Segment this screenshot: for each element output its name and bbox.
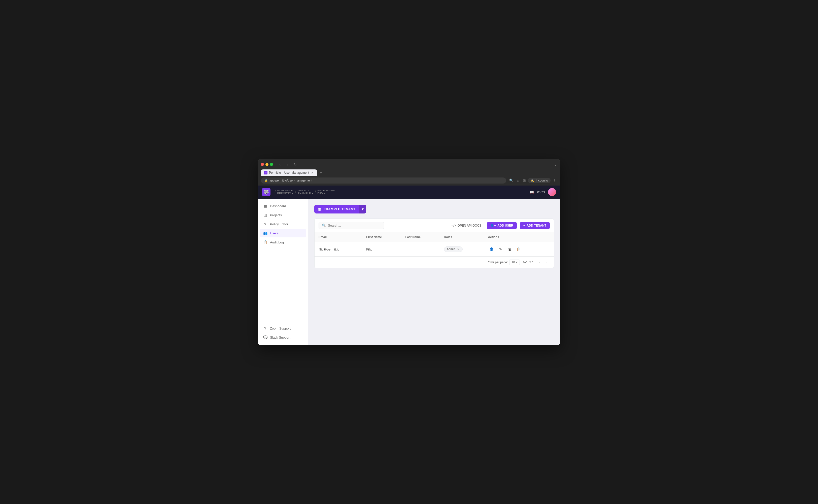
audit-log-icon: 📋 — [263, 240, 267, 244]
lock-icon: 🔒 — [264, 179, 268, 182]
back-button[interactable]: ‹ — [277, 161, 283, 167]
top-navbar: 🐺 / WORKSPACE PERMIT.IO ▾ / PROJECT EXAM… — [258, 186, 560, 199]
refresh-button[interactable]: ↻ — [292, 161, 298, 167]
navbar-right: 📖 DOCS — [530, 188, 556, 196]
sidebar-item-label: Projects — [270, 213, 282, 217]
table-row: filip@permit.io Filip — [314, 242, 554, 257]
workspace-value: PERMIT.IO — [277, 192, 291, 195]
tabs-bar: P Permit.io – User Management ✕ + — [261, 169, 557, 176]
search-button[interactable]: 🔍 — [508, 177, 515, 184]
code-icon: </> — [452, 224, 456, 227]
tenant-icon: ▦ — [318, 207, 321, 211]
tenant-selector[interactable]: ▦ EXAMPLE TENANT ▾ — [314, 205, 366, 213]
address-bar-row: 🔒 app.permit.io/user-management 🔍 ☆ ⊞ 🕵 … — [258, 176, 560, 186]
add-user-button[interactable]: 👤+ ADD USER — [487, 222, 517, 229]
cell-last-name — [401, 242, 440, 257]
new-tab-button[interactable]: + — [317, 169, 324, 176]
environment-dropdown[interactable]: DEV ▾ — [317, 192, 335, 195]
sidebar: ▦ Dashboard ◫ Projects ✎ Policy Editor 👥… — [258, 199, 308, 345]
prev-page-button[interactable]: ‹ — [537, 259, 543, 265]
tenant-name: EXAMPLE TENANT — [323, 207, 355, 211]
main-layout: ▦ Dashboard ◫ Projects ✎ Policy Editor 👥… — [258, 199, 560, 345]
next-page-button[interactable]: › — [544, 259, 550, 265]
incognito-badge: 🕵 Incognito — [528, 178, 551, 183]
cell-actions: 👤 ✎ 🗑 📋 — [484, 242, 554, 257]
sidebar-item-slack-support[interactable]: 💬 Slack Support — [260, 333, 306, 342]
table-header: Email First Name Last Name Roles Actions — [314, 232, 554, 242]
role-badge: Admin ✕ — [444, 246, 463, 252]
close-button[interactable] — [261, 163, 264, 166]
fullscreen-button[interactable] — [270, 163, 273, 166]
sidebar-item-label: Dashboard — [270, 204, 286, 208]
search-box[interactable]: 🔍 — [318, 222, 384, 229]
content-area: ▦ EXAMPLE TENANT ▾ 🔍 — [308, 199, 560, 345]
open-api-docs-button[interactable]: </> OPEN API-DOCS — [449, 222, 484, 229]
col-actions: Actions — [484, 232, 554, 242]
address-bar[interactable]: 🔒 app.permit.io/user-management — [261, 177, 506, 184]
tenant-dropdown-arrow[interactable]: ▾ — [359, 205, 366, 213]
user-avatar[interactable] — [548, 188, 556, 196]
page-nav: ‹ › — [537, 259, 550, 265]
browser-window: ‹ › ↻ ⌄ P Permit.io – User Management ✕ … — [258, 159, 560, 345]
project-dropdown[interactable]: EXAMPLE ▾ — [298, 192, 313, 195]
search-input[interactable] — [328, 224, 381, 227]
assign-role-button[interactable]: 👤 — [488, 246, 495, 253]
workspace-dropdown[interactable]: PERMIT.IO ▾ — [277, 192, 293, 195]
users-table: Email First Name Last Name Roles Actions… — [314, 232, 554, 257]
split-button[interactable]: ⊞ — [522, 177, 527, 184]
users-table-container: 🔍 </> OPEN API-DOCS 👤+ ADD USER — [314, 219, 554, 268]
col-roles: Roles — [440, 232, 484, 242]
breadcrumb-workspace: WORKSPACE PERMIT.IO ▾ — [277, 189, 293, 195]
edit-user-button[interactable]: ✎ — [497, 246, 504, 253]
rows-per-page: Rows per page: 10 ▾ — [487, 260, 520, 265]
sidebar-item-policy-editor[interactable]: ✎ Policy Editor — [260, 220, 306, 228]
tab-dropdown-button[interactable]: ⌄ — [554, 162, 557, 166]
add-user-label: ADD USER — [498, 224, 513, 227]
workspace-chevron-icon: ▾ — [292, 192, 293, 195]
zoom-support-label: Zoom Support — [270, 327, 291, 330]
remove-role-button[interactable]: ✕ — [456, 247, 460, 251]
search-icon: 🔍 — [322, 224, 326, 227]
sidebar-item-audit-log[interactable]: 📋 Audit Log — [260, 238, 306, 246]
active-tab[interactable]: P Permit.io – User Management ✕ — [261, 169, 317, 176]
tenant-main: ▦ EXAMPLE TENANT — [314, 205, 359, 213]
add-tenant-icon: + — [523, 224, 525, 227]
breadcrumb-sep-1: / — [274, 190, 275, 194]
rows-select-chevron-icon: ▾ — [516, 261, 518, 264]
zoom-support-icon: ? — [263, 326, 267, 331]
api-docs-label: OPEN API-DOCS — [458, 224, 482, 227]
breadcrumb-sep-3: / — [315, 190, 316, 194]
app-container: 🐺 / WORKSPACE PERMIT.IO ▾ / PROJECT EXAM… — [258, 186, 560, 345]
action-icons: 👤 ✎ 🗑 📋 — [488, 246, 550, 253]
docs-button[interactable]: 📖 DOCS — [530, 190, 545, 194]
project-chevron-icon: ▾ — [312, 192, 313, 195]
docs-label: DOCS — [536, 190, 545, 194]
forward-button[interactable]: › — [284, 161, 291, 167]
chevron-down-icon: ▾ — [362, 207, 364, 211]
sidebar-item-users[interactable]: 👥 Users — [260, 229, 306, 237]
traffic-lights — [261, 163, 273, 166]
rows-per-page-label: Rows per page: — [487, 261, 508, 264]
app-logo: 🐺 — [262, 188, 270, 196]
sidebar-item-dashboard[interactable]: ▦ Dashboard — [260, 202, 306, 210]
delete-user-button[interactable]: 🗑 — [506, 246, 513, 253]
sidebar-item-zoom-support[interactable]: ? Zoom Support — [260, 324, 306, 333]
minimize-button[interactable] — [265, 163, 268, 166]
rows-per-page-select[interactable]: 10 ▾ — [509, 260, 520, 265]
add-tenant-button[interactable]: + ADD TENANT — [520, 222, 550, 229]
sidebar-item-label: Users — [270, 231, 278, 235]
sidebar-item-label: Audit Log — [270, 240, 284, 244]
tab-title: Permit.io – User Management — [269, 171, 309, 174]
sidebar-item-projects[interactable]: ◫ Projects — [260, 211, 306, 219]
sidebar-item-label: Policy Editor — [270, 222, 288, 226]
breadcrumb: / WORKSPACE PERMIT.IO ▾ / PROJECT EXAMPL… — [274, 189, 526, 195]
copy-user-button[interactable]: 📋 — [515, 246, 522, 253]
dashboard-icon: ▦ — [263, 204, 267, 208]
more-button[interactable]: ⋮ — [552, 177, 557, 184]
tab-close-button[interactable]: ✕ — [310, 171, 314, 174]
breadcrumb-sep-2: / — [295, 190, 296, 194]
browser-chrome: ‹ › ↻ ⌄ P Permit.io – User Management ✕ … — [258, 159, 560, 176]
col-email: Email — [314, 232, 362, 242]
bookmark-button[interactable]: ☆ — [516, 177, 521, 184]
breadcrumb-project: PROJECT EXAMPLE ▾ — [298, 189, 313, 195]
